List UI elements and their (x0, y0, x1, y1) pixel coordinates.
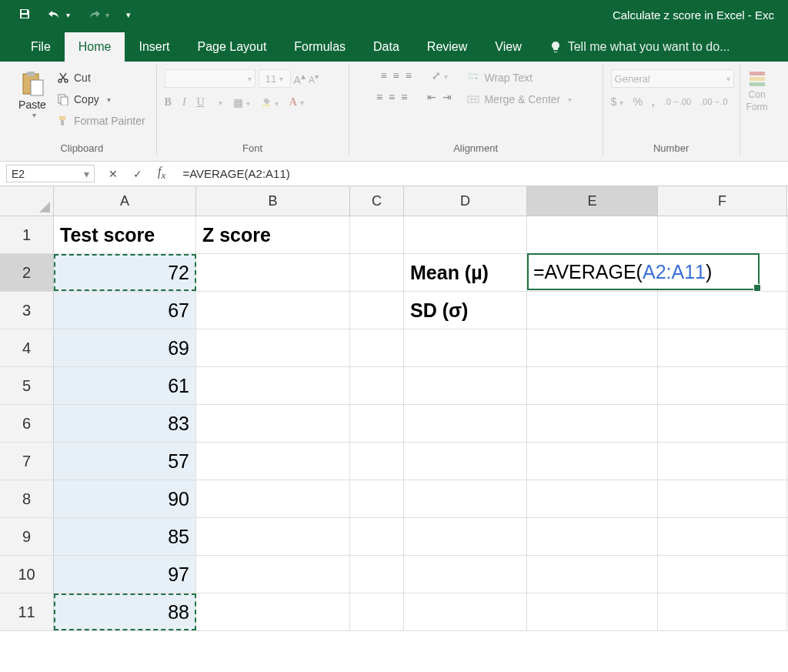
cell-C11[interactable] (350, 593, 404, 630)
cell-B1[interactable]: Z score (196, 216, 350, 253)
tab-insert[interactable]: Insert (125, 32, 183, 62)
cell-D10[interactable] (404, 556, 527, 593)
enter-formula-icon[interactable]: ✓ (133, 168, 142, 180)
tab-review[interactable]: Review (413, 32, 481, 62)
cell-F10[interactable] (658, 556, 787, 593)
tab-page-layout[interactable]: Page Layout (183, 32, 280, 62)
row-header-1[interactable]: 1 (0, 216, 54, 253)
row-header-8[interactable]: 8 (0, 480, 54, 517)
conditional-formatting-icon[interactable] (748, 69, 766, 88)
number-format-combo[interactable]: General▾ (611, 69, 734, 88)
font-family-combo[interactable]: ▾ (165, 69, 255, 88)
cell-B6[interactable] (196, 405, 350, 442)
col-header-D[interactable]: D (404, 186, 527, 216)
cell-B4[interactable] (196, 329, 350, 366)
decrease-font-icon[interactable]: A▾ (309, 72, 319, 85)
cell-A10[interactable]: 97 (54, 556, 196, 593)
col-header-F[interactable]: F (658, 186, 787, 216)
cell-A5[interactable]: 61 (54, 367, 196, 404)
cell-D7[interactable] (404, 443, 527, 480)
cell-B3[interactable] (196, 292, 350, 329)
cell-A6[interactable]: 83 (54, 405, 196, 442)
cell-C1[interactable] (350, 216, 404, 253)
row-header-3[interactable]: 3 (0, 292, 54, 329)
insert-function-icon[interactable]: fx (158, 165, 165, 182)
wrap-text-button[interactable]: Wrap Text (464, 69, 575, 86)
cell-E4[interactable] (527, 329, 658, 366)
cell-A4[interactable]: 69 (54, 329, 196, 366)
cell-A3[interactable]: 67 (54, 292, 196, 329)
align-left-icon[interactable]: ≡ (376, 91, 382, 103)
tab-file[interactable]: File (17, 32, 65, 62)
increase-font-icon[interactable]: A▴ (294, 71, 306, 86)
copy-button[interactable]: Copy▾ (54, 91, 149, 108)
cell-F6[interactable] (658, 405, 787, 442)
font-color-button[interactable]: A▾ (289, 96, 304, 109)
align-bottom-icon[interactable]: ≡ (406, 69, 412, 82)
cell-B5[interactable] (196, 367, 350, 404)
borders-button[interactable]: ▦▾ (233, 96, 250, 109)
cell-C8[interactable] (350, 480, 404, 517)
tab-data[interactable]: Data (359, 32, 413, 62)
decrease-decimal-button[interactable]: .00→.0 (700, 97, 727, 106)
cell-F9[interactable] (658, 518, 787, 555)
cell-B9[interactable] (196, 518, 350, 555)
cell-A7[interactable]: 57 (54, 443, 196, 480)
cell-E3[interactable] (527, 292, 658, 329)
cell-F1[interactable] (658, 216, 787, 253)
increase-decimal-button[interactable]: .0→.00 (664, 97, 691, 106)
cell-E9[interactable] (527, 518, 658, 555)
cut-button[interactable]: Cut (54, 69, 149, 86)
cell-D1[interactable] (404, 216, 527, 253)
cell-F8[interactable] (658, 480, 787, 517)
align-center-icon[interactable]: ≡ (389, 91, 395, 103)
undo-icon[interactable]: ▾ (48, 9, 70, 20)
name-box[interactable]: E2▾ (6, 165, 95, 182)
row-header-7[interactable]: 7 (0, 443, 54, 480)
cell-E10[interactable] (527, 556, 658, 593)
cell-B11[interactable] (196, 593, 350, 630)
tab-view[interactable]: View (481, 32, 535, 62)
tell-me[interactable]: Tell me what you want to do... (536, 32, 744, 62)
cell-C3[interactable] (350, 292, 404, 329)
cell-D8[interactable] (404, 480, 527, 517)
increase-indent-icon[interactable]: ⇥ (442, 91, 452, 103)
bold-button[interactable]: B (165, 96, 172, 109)
cell-C2[interactable] (350, 254, 404, 291)
decrease-indent-icon[interactable]: ⇤ (427, 91, 436, 103)
cell-F11[interactable] (658, 593, 787, 630)
cell-D2[interactable]: Mean (µ) (404, 254, 527, 291)
merge-center-button[interactable]: Merge & Center▾ (464, 91, 575, 108)
cell-C4[interactable] (350, 329, 404, 366)
cell-E6[interactable] (527, 405, 658, 442)
cell-E7[interactable] (527, 443, 658, 480)
cell-F5[interactable] (658, 367, 787, 404)
paste-button[interactable]: Paste ▾ (15, 69, 49, 119)
cell-A11[interactable]: 88 (54, 593, 196, 630)
row-header-4[interactable]: 4 (0, 329, 54, 366)
cell-C9[interactable] (350, 518, 404, 555)
fill-color-button[interactable]: ▾ (261, 95, 279, 109)
cell-C10[interactable] (350, 556, 404, 593)
cell-B10[interactable] (196, 556, 350, 593)
cell-D6[interactable] (404, 405, 527, 442)
tab-formulas[interactable]: Formulas (280, 32, 359, 62)
cell-F3[interactable] (658, 292, 787, 329)
col-header-A[interactable]: A (54, 186, 196, 216)
col-header-C[interactable]: C (350, 186, 404, 216)
cell-B7[interactable] (196, 443, 350, 480)
col-header-B[interactable]: B (196, 186, 350, 216)
cell-C5[interactable] (350, 367, 404, 404)
cell-A2[interactable]: 72 (54, 254, 196, 291)
row-header-6[interactable]: 6 (0, 405, 54, 442)
cell-E8[interactable] (527, 480, 658, 517)
cell-A1[interactable]: Test score (54, 216, 196, 253)
cell-D5[interactable] (404, 367, 527, 404)
cell-D4[interactable] (404, 329, 527, 366)
cell-B8[interactable] (196, 480, 350, 517)
cell-A9[interactable]: 85 (54, 518, 196, 555)
qat-customize-icon[interactable]: ▾ (126, 10, 131, 20)
cell-B2[interactable] (196, 254, 350, 291)
align-top-icon[interactable]: ≡ (380, 69, 386, 82)
row-header-9[interactable]: 9 (0, 518, 54, 555)
